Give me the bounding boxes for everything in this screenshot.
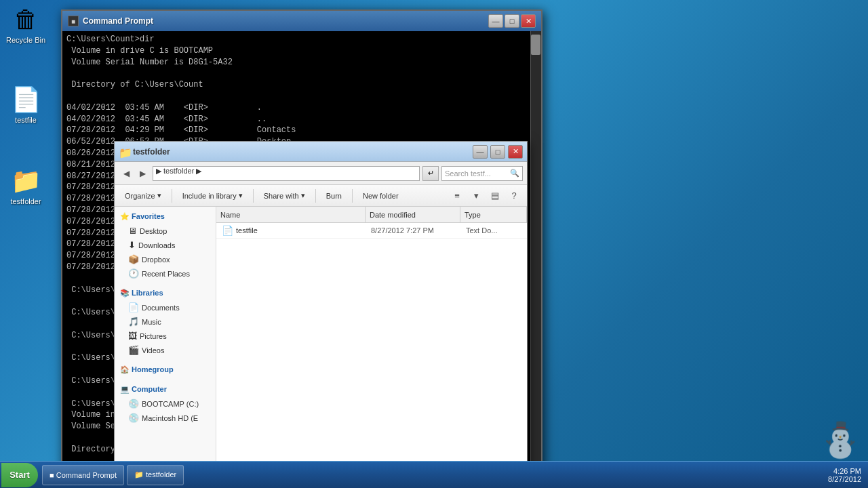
explorer-title: testfolder bbox=[133, 147, 471, 157]
include-library-button[interactable]: Include in library ▾ bbox=[176, 188, 249, 204]
taskbar-explorer-item[interactable]: 📁 testfolder bbox=[127, 465, 184, 485]
sidebar-desktop-label: Desktop bbox=[140, 227, 167, 235]
sidebar-item-downloads[interactable]: ⬇ Downloads bbox=[115, 238, 216, 252]
sidebar-item-videos[interactable]: 🎬 Videos bbox=[115, 343, 216, 357]
sidebar-computer-section: 💻 Computer 💿 BOOTCAMP (C:) 💿 Macintosh H… bbox=[115, 380, 216, 428]
sidebar-recent-label: Recent Places bbox=[142, 270, 190, 278]
col-name-header[interactable]: Name bbox=[216, 207, 366, 222]
documents-icon: 📄 bbox=[128, 302, 139, 312]
taskbar-cmd-item[interactable]: ■ Command Prompt bbox=[42, 465, 124, 485]
search-icon: 🔍 bbox=[510, 169, 519, 178]
explorer-minimize-button[interactable]: — bbox=[473, 145, 488, 159]
include-library-chevron: ▾ bbox=[239, 191, 243, 200]
organize-button[interactable]: Organize ▾ bbox=[119, 188, 167, 204]
preview-pane-button[interactable]: ▤ bbox=[486, 188, 504, 204]
macintosh-icon: 💿 bbox=[128, 413, 139, 423]
cmd-close-button[interactable]: ✕ bbox=[521, 14, 536, 28]
sidebar-bootcamp-label: BOOTCAMP (C:) bbox=[142, 400, 199, 408]
col-date-header[interactable]: Date modified bbox=[366, 207, 460, 222]
address-path-text: ▶ testfolder ▶ bbox=[156, 167, 201, 175]
burn-label: Burn bbox=[326, 192, 342, 200]
file-icon: 📄 bbox=[222, 225, 233, 236]
burn-button[interactable]: Burn bbox=[320, 188, 348, 204]
sidebar-homegroup-heading[interactable]: 🏠 Homegroup bbox=[115, 363, 216, 377]
share-with-chevron: ▾ bbox=[301, 191, 305, 200]
testfolder-image: 📁 bbox=[12, 165, 39, 196]
sidebar-item-dropbox[interactable]: 📦 Dropbox bbox=[115, 252, 216, 266]
sidebar-item-documents[interactable]: 📄 Documents bbox=[115, 300, 216, 314]
sidebar-downloads-label: Downloads bbox=[138, 241, 175, 249]
sidebar-item-macintosh[interactable]: 💿 Macintosh HD (E bbox=[115, 411, 216, 425]
cmd-title: Command Prompt bbox=[83, 16, 488, 26]
address-input[interactable]: ▶ testfolder ▶ bbox=[153, 166, 420, 181]
pictures-icon: 🖼 bbox=[128, 331, 137, 341]
videos-icon: 🎬 bbox=[128, 345, 139, 355]
testfile-desktop-icon[interactable]: 📄 testfile bbox=[2, 81, 50, 127]
view-dropdown-button[interactable]: ▾ bbox=[467, 188, 485, 204]
view-icon-button[interactable]: ≡ bbox=[448, 188, 466, 204]
explorer-main: ⭐ Favorites 🖥 Desktop ⬇ Downloads 📦 Drop… bbox=[115, 207, 527, 483]
sidebar-favorites-label: ⭐ Favorites bbox=[120, 212, 165, 220]
cmd-window-buttons: — □ ✕ bbox=[488, 14, 536, 28]
taskbar-cmd-label: ■ Command Prompt bbox=[50, 471, 117, 479]
testfile-image: 📄 bbox=[12, 84, 39, 115]
recycle-bin-label: Recycle Bin bbox=[6, 36, 45, 44]
testfolder-label: testfolder bbox=[10, 197, 41, 205]
file-type-cell: Text Do... bbox=[466, 226, 521, 235]
sidebar-favorites-section: ⭐ Favorites 🖥 Desktop ⬇ Downloads 📦 Drop… bbox=[115, 207, 216, 283]
include-library-label: Include in library bbox=[182, 192, 237, 200]
search-box[interactable]: Search testf... 🔍 bbox=[441, 166, 523, 181]
file-name-cell: 📄 testfile bbox=[222, 225, 371, 236]
cmd-icon: ■ bbox=[68, 16, 79, 26]
back-button[interactable]: ◀ bbox=[119, 166, 134, 181]
explorer-close-button[interactable]: ✕ bbox=[508, 145, 523, 159]
sidebar-homegroup-label: 🏠 Homegroup bbox=[120, 365, 174, 373]
taskbar-explorer-label: 📁 testfolder bbox=[134, 470, 176, 479]
start-button[interactable]: Start bbox=[1, 463, 38, 487]
explorer-titlebar: 📁 testfolder — □ ✕ bbox=[115, 142, 527, 162]
share-with-label: Share with bbox=[264, 192, 299, 200]
sidebar-item-music[interactable]: 🎵 Music bbox=[115, 314, 216, 329]
taskbar-time: 4:26 PM bbox=[828, 467, 861, 475]
new-folder-label: New folder bbox=[363, 192, 399, 200]
taskbar-date: 8/27/2012 bbox=[828, 475, 861, 483]
sidebar-music-label: Music bbox=[142, 318, 161, 326]
start-label: Start bbox=[9, 470, 30, 480]
testfolder-desktop-icon[interactable]: 📁 testfolder bbox=[2, 163, 50, 208]
col-type-header[interactable]: Type bbox=[460, 207, 527, 222]
help-button[interactable]: ? bbox=[505, 188, 523, 204]
help-label: ? bbox=[511, 190, 516, 201]
recycle-bin-icon[interactable]: 🗑 Recycle Bin bbox=[2, 1, 50, 47]
table-row[interactable]: 📄 testfile 8/27/2012 7:27 PM Text Do... bbox=[216, 223, 527, 239]
column-headers: Name Date modified Type bbox=[216, 207, 527, 223]
share-with-button[interactable]: Share with ▾ bbox=[258, 188, 311, 204]
new-folder-button[interactable]: New folder bbox=[357, 188, 405, 204]
toolbar-sep-2 bbox=[253, 189, 254, 203]
toolbar: Organize ▾ Include in library ▾ Share wi… bbox=[115, 185, 527, 207]
explorer-maximize-button[interactable]: □ bbox=[490, 145, 505, 159]
sidebar-libraries-section: 📚 Libraries 📄 Documents 🎵 Music 🖼 Pictur… bbox=[115, 283, 216, 360]
taskbar-items: ■ Command Prompt 📁 testfolder bbox=[38, 462, 821, 488]
recycle-bin-image: 🗑 bbox=[12, 4, 39, 35]
desktop-character: ⛄ bbox=[819, 420, 861, 460]
sidebar-libraries-heading[interactable]: 📚 Libraries bbox=[115, 286, 216, 300]
search-placeholder: Search testf... bbox=[445, 169, 510, 178]
file-list: 📄 testfile 8/27/2012 7:27 PM Text Do... bbox=[216, 223, 527, 483]
address-nav-buttons: ◀ ▶ bbox=[119, 166, 150, 181]
desktop-icon-small: 🖥 bbox=[128, 226, 137, 236]
taskbar-clock: 4:26 PM 8/27/2012 bbox=[821, 467, 868, 483]
forward-button[interactable]: ▶ bbox=[135, 166, 150, 181]
sidebar-computer-heading[interactable]: 💻 Computer bbox=[115, 382, 216, 396]
sidebar-computer-label: 💻 Computer bbox=[120, 385, 167, 393]
sidebar-item-bootcamp[interactable]: 💿 BOOTCAMP (C:) bbox=[115, 396, 216, 411]
sidebar-item-recent[interactable]: 🕐 Recent Places bbox=[115, 266, 216, 281]
address-go-button[interactable]: ↵ bbox=[422, 166, 439, 181]
sidebar-item-desktop[interactable]: 🖥 Desktop bbox=[115, 224, 216, 238]
cmd-scrollbar[interactable] bbox=[530, 31, 541, 469]
sidebar-favorites-heading[interactable]: ⭐ Favorites bbox=[115, 209, 216, 224]
sidebar-item-pictures[interactable]: 🖼 Pictures bbox=[115, 329, 216, 343]
desktop: 🗑 Recycle Bin 📄 testfile 📁 testfolder ■ … bbox=[0, 0, 868, 488]
cmd-maximize-button[interactable]: □ bbox=[505, 14, 519, 28]
cmd-minimize-button[interactable]: — bbox=[488, 14, 503, 28]
organize-chevron: ▾ bbox=[157, 191, 161, 200]
